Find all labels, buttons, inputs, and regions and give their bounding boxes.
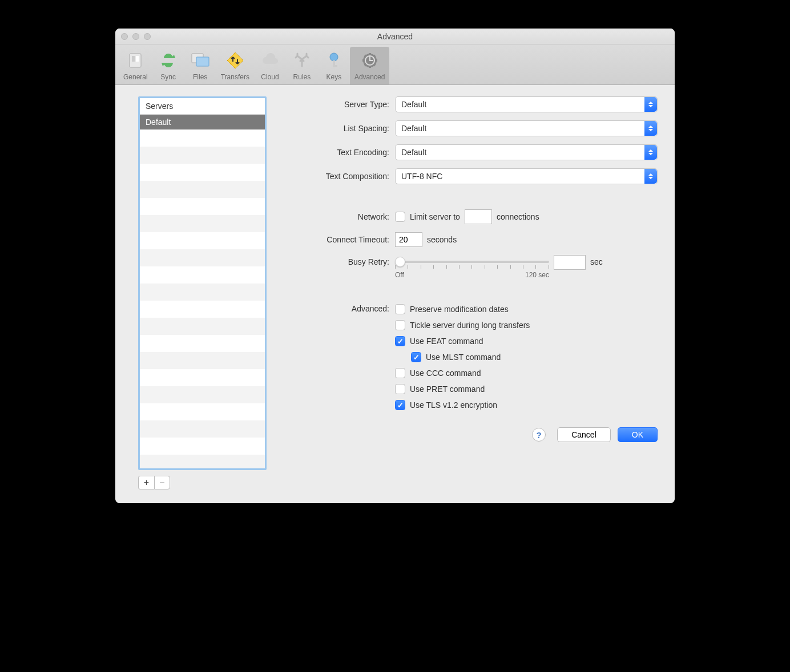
svg-point-6 <box>330 53 338 61</box>
tls-encryption-label: Use TLS v1.2 encryption <box>410 400 497 410</box>
window-title: Advanced <box>377 32 413 41</box>
tab-keys[interactable]: Keys <box>318 47 350 84</box>
toolbar: General Sync Files Transfers Cloud <box>115 44 675 85</box>
limit-connections-prefix: Limit server to <box>410 212 460 221</box>
slider-max-label: 120 sec <box>525 271 549 279</box>
server-type-label: Server Type: <box>284 100 395 109</box>
add-server-button[interactable]: + <box>138 476 154 489</box>
limit-connections-checkbox[interactable] <box>395 212 405 222</box>
svg-rect-0 <box>130 54 141 67</box>
limit-connections-suffix: connections <box>497 212 539 221</box>
advanced-options: Preserve modification dates Tickle serve… <box>395 304 530 410</box>
list-spacing-label: List Spacing: <box>284 124 395 133</box>
sync-icon <box>157 49 180 72</box>
tab-files[interactable]: Files <box>184 47 216 84</box>
general-icon <box>124 49 147 72</box>
keys-icon <box>323 49 345 72</box>
zoom-window-button[interactable] <box>144 33 151 40</box>
form: Server Type: Default List Spacing: Defau… <box>284 96 658 489</box>
minimize-window-button[interactable] <box>132 33 139 40</box>
busy-retry-slider[interactable]: Off 120 sec <box>395 255 549 279</box>
svg-marker-5 <box>227 52 243 68</box>
server-list-header: Servers <box>140 98 265 115</box>
feat-command-label: Use FEAT command <box>410 337 483 346</box>
preserve-dates-label: Preserve modification dates <box>410 305 509 314</box>
help-button[interactable]: ? <box>532 428 546 442</box>
server-list[interactable]: Servers Default <box>138 96 267 470</box>
tab-advanced[interactable]: Advanced <box>350 47 389 84</box>
cloud-icon <box>259 49 281 72</box>
connect-timeout-unit: seconds <box>427 235 457 244</box>
preserve-dates-checkbox[interactable] <box>395 304 405 314</box>
ccc-command-checkbox[interactable] <box>395 368 405 378</box>
slider-thumb[interactable] <box>395 257 405 267</box>
server-item-default[interactable]: Default <box>140 115 265 129</box>
ccc-command-label: Use CCC command <box>410 369 481 378</box>
chevron-updown-icon <box>644 97 657 112</box>
titlebar: Advanced <box>115 29 675 44</box>
connect-timeout-input[interactable] <box>395 232 422 247</box>
sidebar: Servers Default + − <box>138 96 267 489</box>
svg-rect-8 <box>333 65 337 67</box>
advanced-label: Advanced: <box>284 304 395 313</box>
chevron-updown-icon <box>644 169 657 184</box>
tab-rules[interactable]: Rules <box>286 47 318 84</box>
connect-timeout-label: Connect Timeout: <box>284 235 395 244</box>
tickle-server-checkbox[interactable] <box>395 320 405 330</box>
tickle-server-label: Tickle server during long transfers <box>410 321 530 330</box>
mlst-command-label: Use MLST command <box>426 353 501 362</box>
text-encoding-select[interactable]: Default <box>395 144 658 160</box>
busy-retry-label: Busy Retry: <box>284 255 395 266</box>
mlst-command-checkbox[interactable] <box>411 352 421 362</box>
list-spacing-select[interactable]: Default <box>395 120 658 136</box>
svg-rect-4 <box>196 57 209 66</box>
remove-server-button[interactable]: − <box>154 476 170 489</box>
files-icon <box>189 49 212 72</box>
tls-encryption-checkbox[interactable] <box>395 400 405 410</box>
cancel-button[interactable]: Cancel <box>557 427 611 442</box>
text-composition-select[interactable]: UTF-8 NFC <box>395 168 658 184</box>
tab-general[interactable]: General <box>119 47 152 84</box>
chevron-updown-icon <box>644 121 657 136</box>
busy-retry-input[interactable] <box>554 255 586 270</box>
text-composition-label: Text Composition: <box>284 172 395 181</box>
rules-icon <box>291 49 313 72</box>
gear-icon <box>358 49 381 72</box>
chevron-updown-icon <box>644 145 657 160</box>
pret-command-label: Use PRET command <box>410 384 485 394</box>
tab-sync[interactable]: Sync <box>152 47 184 84</box>
svg-rect-1 <box>132 56 135 62</box>
pret-command-checkbox[interactable] <box>395 384 405 394</box>
svg-rect-2 <box>136 56 139 62</box>
slider-min-label: Off <box>395 271 404 279</box>
close-window-button[interactable] <box>121 33 128 40</box>
connections-input[interactable] <box>465 209 492 224</box>
busy-retry-unit: sec <box>590 255 603 266</box>
server-type-select[interactable]: Default <box>395 96 658 112</box>
content-area: Servers Default + − Server Type: <box>115 85 675 503</box>
network-label: Network: <box>284 212 395 221</box>
preferences-window: Advanced General Sync Files Transfers <box>115 29 675 503</box>
transfers-icon <box>224 49 247 72</box>
tab-cloud[interactable]: Cloud <box>254 47 286 84</box>
tab-transfers[interactable]: Transfers <box>216 47 254 84</box>
feat-command-checkbox[interactable] <box>395 336 405 346</box>
ok-button[interactable]: OK <box>618 427 658 442</box>
text-encoding-label: Text Encoding: <box>284 148 395 157</box>
